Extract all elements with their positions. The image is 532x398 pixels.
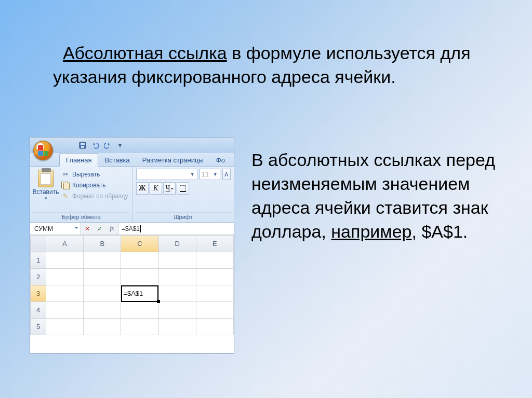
p1-underline: Абсолютная ссылка [63, 43, 227, 63]
row-header-1[interactable]: 1 [31, 252, 46, 269]
clipboard-group-title: Буфер обмена [33, 212, 129, 221]
cell[interactable] [46, 285, 84, 302]
qat-dropdown-icon[interactable]: ▾ [115, 141, 125, 150]
fx-icon[interactable]: fx [110, 225, 114, 232]
cell[interactable] [121, 319, 158, 335]
row-header-3[interactable]: 3 [31, 285, 46, 302]
paragraph-1: Абсолютная ссылка в формуле используется… [47, 42, 485, 89]
italic-button[interactable]: К [150, 182, 162, 195]
scissors-icon: ✂ [61, 170, 70, 179]
cell[interactable] [196, 285, 233, 302]
cell[interactable] [84, 285, 121, 302]
slide: Абсолютная ссылка в формуле используется… [0, 0, 532, 398]
cell[interactable] [46, 252, 84, 269]
excel-titlebar: ▾ [30, 138, 234, 153]
format-painter-button[interactable]: ✎ Формат по образцу [60, 191, 129, 201]
cell[interactable] [121, 302, 158, 319]
cut-label: Вырезать [72, 171, 100, 178]
svg-rect-2 [81, 146, 84, 148]
cell[interactable] [121, 269, 158, 285]
paste-label: Вставить [33, 188, 59, 196]
bold-button[interactable]: Ж [136, 182, 149, 195]
underline-button[interactable]: Ч▾ [163, 182, 176, 195]
col-header-c[interactable]: C [121, 236, 158, 252]
copy-label: Копировать [72, 182, 106, 189]
cell[interactable] [46, 302, 84, 319]
spreadsheet-grid[interactable]: A B C D E 1 2 3=$A$1 4 5 [30, 235, 234, 354]
redo-icon[interactable] [103, 141, 112, 150]
cell[interactable] [158, 285, 196, 302]
tab-formulas-cut[interactable]: Фо [210, 154, 231, 166]
cell[interactable] [46, 319, 84, 335]
font-group: ▼ 11▼ A Ж К Ч▾ Шрифт [133, 167, 234, 222]
col-header-b[interactable]: B [84, 236, 121, 252]
name-box[interactable]: СУММ [30, 223, 81, 235]
copy-icon [61, 181, 70, 189]
ribbon: Вставить ▾ ✂ Вырезать Копировать [30, 167, 234, 223]
cell[interactable] [196, 302, 233, 319]
col-header-a[interactable]: A [46, 236, 84, 252]
cell[interactable] [196, 252, 233, 269]
cell[interactable] [158, 252, 196, 269]
cell[interactable] [158, 269, 196, 285]
row-header-2[interactable]: 2 [31, 269, 46, 285]
cancel-formula-icon[interactable]: ✕ [85, 225, 90, 232]
row-header-4[interactable]: 4 [31, 302, 46, 319]
cell-c3-active[interactable]: =$A$1 [121, 285, 158, 302]
paragraph-2: В абсолютных ссылках перед неизменяемым … [251, 148, 496, 244]
cut-button[interactable]: ✂ Вырезать [60, 170, 129, 179]
p2-b: , $A$1. [412, 222, 468, 241]
font-group-title: Шрифт [136, 212, 231, 221]
p2-underline: например [331, 222, 411, 241]
tab-insert[interactable]: Вставка [98, 154, 136, 166]
excel-window: ▾ Главная Вставка Разметка страницы Фо В… [30, 137, 234, 354]
tab-page-layout[interactable]: Разметка страницы [136, 154, 210, 166]
grow-font-button[interactable]: A [222, 169, 231, 180]
copy-button[interactable]: Копировать [60, 181, 129, 190]
enter-formula-icon[interactable]: ✓ [97, 225, 102, 232]
select-all-corner[interactable] [31, 236, 46, 252]
row-header-5[interactable]: 5 [31, 319, 46, 335]
quick-access-toolbar: ▾ [78, 141, 125, 150]
undo-icon[interactable] [90, 141, 100, 150]
font-name-dropdown[interactable]: ▼ [136, 169, 197, 180]
save-icon[interactable] [78, 141, 87, 150]
cell[interactable] [158, 302, 196, 319]
clipboard-group: Вставить ▾ ✂ Вырезать Копировать [30, 167, 133, 222]
paste-icon [38, 170, 54, 187]
cell[interactable] [196, 319, 233, 335]
border-button[interactable] [177, 182, 189, 195]
cell[interactable] [84, 319, 121, 335]
formula-bar-row: СУММ ✕ ✓ fx =$A$1 [30, 223, 234, 235]
svg-rect-1 [81, 143, 85, 145]
col-header-e[interactable]: E [196, 236, 233, 252]
svg-rect-3 [180, 186, 185, 191]
formula-bar[interactable]: =$A$1 [118, 223, 234, 235]
cell[interactable] [196, 269, 233, 285]
office-button[interactable] [33, 141, 53, 160]
formula-bar-controls: ✕ ✓ fx [81, 223, 118, 235]
font-size-dropdown[interactable]: 11▼ [200, 169, 220, 180]
cell[interactable] [84, 302, 121, 319]
cell[interactable] [121, 252, 158, 269]
ribbon-tabs: Главная Вставка Разметка страницы Фо [30, 153, 234, 167]
column-headers: A B C D E [31, 236, 234, 252]
tab-home[interactable]: Главная [59, 153, 98, 167]
font-size-value: 11 [202, 171, 209, 178]
brush-icon: ✎ [61, 192, 70, 200]
cell[interactable] [158, 319, 196, 335]
cell[interactable] [46, 269, 84, 285]
paste-button[interactable]: Вставить ▾ [33, 169, 58, 201]
cell[interactable] [84, 252, 121, 269]
col-header-d[interactable]: D [158, 236, 196, 252]
format-painter-label: Формат по образцу [72, 193, 128, 200]
cell[interactable] [84, 269, 121, 285]
